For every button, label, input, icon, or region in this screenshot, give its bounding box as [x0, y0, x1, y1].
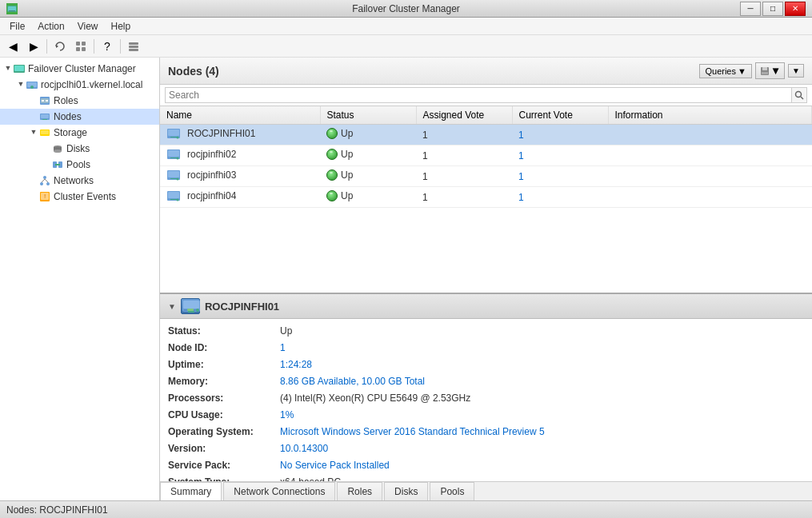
sidebar-item-nodes[interactable]: Nodes — [0, 109, 159, 125]
save-button[interactable]: ▼ — [755, 62, 785, 79]
minimize-button[interactable]: ─ — [740, 2, 761, 16]
detail-value-version: 10.0.14300 — [280, 441, 328, 456]
svg-point-27 — [54, 149, 62, 153]
restore-button[interactable]: □ — [762, 2, 783, 16]
cell-name: rocjpinfhi03 — [160, 166, 320, 187]
cell-status: Up — [320, 187, 416, 208]
menu-view[interactable]: View — [71, 19, 105, 34]
no-toggle — [29, 192, 38, 201]
status-indicator: Up — [326, 149, 353, 160]
sidebar-item-disks[interactable]: Disks — [0, 141, 159, 157]
cell-info — [608, 187, 812, 208]
cell-current-vote: 1 — [512, 166, 608, 187]
status-circle — [326, 128, 338, 139]
detail-label-os: Operating System: — [168, 424, 280, 439]
main-layout: ▼ Failover Cluster Manager ▼ rocjpclhi01… — [0, 58, 812, 500]
cell-name: ROCJPINFHI01 — [160, 125, 320, 145]
menu-file[interactable]: File — [3, 19, 31, 34]
status-bar: Nodes: ROCJPINFHI01 — [0, 500, 812, 518]
detail-label-nodeid: Node ID: — [168, 341, 280, 355]
sidebar-item-clusterevents[interactable]: ! Cluster Events — [0, 189, 159, 205]
expand-button[interactable]: ▼ — [788, 64, 804, 78]
col-status: Status — [320, 106, 416, 125]
cell-assigned-vote: 1 — [416, 125, 512, 145]
sidebar-label-nodes: Nodes — [54, 111, 82, 122]
view2-button[interactable] — [124, 38, 143, 55]
toolbar-separator-1 — [46, 39, 47, 54]
svg-text:!: ! — [44, 193, 46, 200]
detail-row-version: Version: 10.0.14300 — [168, 441, 804, 456]
save-dropdown-icon: ▼ — [770, 65, 781, 77]
sidebar-item-roles[interactable]: Roles — [0, 93, 159, 109]
queries-dropdown-icon: ▼ — [738, 66, 746, 76]
window-controls[interactable]: ─ □ ✕ — [740, 2, 806, 16]
menu-help[interactable]: Help — [105, 19, 138, 34]
sidebar-item-fcm[interactable]: ▼ Failover Cluster Manager — [0, 61, 159, 77]
refresh-button[interactable] — [50, 38, 70, 55]
app-icon — [6, 3, 18, 14]
sidebar: ▼ Failover Cluster Manager ▼ rocjpclhi01… — [0, 58, 160, 500]
cell-assigned-vote: 1 — [416, 145, 512, 166]
svg-rect-58 — [170, 199, 177, 200]
status-circle — [326, 149, 338, 160]
detail-value-os: Microsoft Windows Server 2016 Standard T… — [280, 424, 545, 439]
node-icon-container: rocjpinfhi04 — [166, 189, 236, 202]
tab-pools[interactable]: Pools — [430, 482, 474, 500]
search-button[interactable] — [791, 87, 807, 103]
panel-toolbar: Queries ▼ ▼ ▼ — [699, 62, 804, 79]
details-toggle-button[interactable]: ▼ — [168, 302, 176, 311]
svg-line-35 — [45, 179, 48, 182]
toolbar-separator-2 — [94, 39, 94, 54]
svg-rect-6 — [76, 47, 80, 51]
sidebar-label-clusterevents: Cluster Events — [54, 191, 116, 202]
svg-point-33 — [46, 182, 50, 185]
tab-disks[interactable]: Disks — [384, 482, 428, 500]
table-row[interactable]: rocjpinfhi04 Up 1 1 — [160, 187, 812, 208]
detail-label-version: Version: — [168, 441, 280, 456]
queries-button[interactable]: Queries ▼ — [699, 64, 751, 78]
menu-bar: File Action View Help — [0, 18, 812, 35]
svg-rect-57 — [168, 192, 179, 198]
table-row[interactable]: rocjpinfhi03 Up 1 1 — [160, 166, 812, 187]
back-button[interactable]: ◀ — [3, 38, 22, 55]
sidebar-label-storage: Storage — [54, 127, 87, 138]
svg-rect-5 — [82, 42, 86, 46]
toggle-storage[interactable]: ▼ — [29, 128, 38, 137]
sidebar-item-storage[interactable]: ▼ Storage — [0, 125, 159, 141]
cell-name: rocjpinfhi02 — [160, 145, 320, 166]
detail-value-nodeid: 1 — [280, 341, 286, 355]
detail-label-uptime: Uptime: — [168, 357, 280, 372]
table-row[interactable]: rocjpinfhi02 Up 1 1 — [160, 145, 812, 166]
forward-button[interactable]: ▶ — [24, 38, 43, 55]
detail-value-status: Up — [280, 324, 292, 338]
sidebar-item-networks[interactable]: Networks — [0, 173, 159, 189]
toggle-fcm[interactable]: ▼ — [3, 64, 13, 74]
sidebar-item-pools[interactable]: Pools — [0, 157, 159, 173]
detail-value-cpu: 1% — [280, 408, 294, 422]
view-button[interactable] — [71, 38, 90, 55]
queries-label: Queries — [705, 66, 736, 76]
status-indicator: Up — [326, 190, 353, 201]
cell-status: Up — [320, 145, 416, 166]
tab-roles[interactable]: Roles — [337, 482, 382, 500]
status-text: Nodes: ROCJPINFHI01 — [6, 504, 108, 516]
help-button[interactable]: ? — [98, 38, 117, 55]
no-toggle — [29, 176, 38, 185]
svg-rect-18 — [42, 100, 44, 102]
table-row[interactable]: ROCJPINFHI01 Up 1 1 — [160, 125, 812, 145]
toggle-cluster[interactable]: ▼ — [16, 80, 26, 90]
search-input[interactable] — [165, 87, 792, 103]
tab-network-connections[interactable]: Network Connections — [223, 482, 335, 500]
svg-rect-30 — [55, 164, 60, 165]
svg-point-31 — [43, 176, 46, 179]
sidebar-item-cluster[interactable]: ▼ rocjpclhi01.vkernel.local — [0, 77, 159, 93]
svg-rect-61 — [183, 301, 199, 309]
tab-summary[interactable]: Summary — [160, 482, 222, 500]
col-assigned-vote: Assigned Vote — [416, 106, 512, 125]
close-button[interactable]: ✕ — [785, 2, 806, 16]
cell-current-vote: 1 — [512, 187, 608, 208]
sidebar-label-networks: Networks — [54, 175, 94, 186]
details-header: ▼ ROCJPINFHI01 — [160, 294, 812, 319]
menu-action[interactable]: Action — [31, 19, 70, 34]
no-toggle — [29, 96, 38, 106]
